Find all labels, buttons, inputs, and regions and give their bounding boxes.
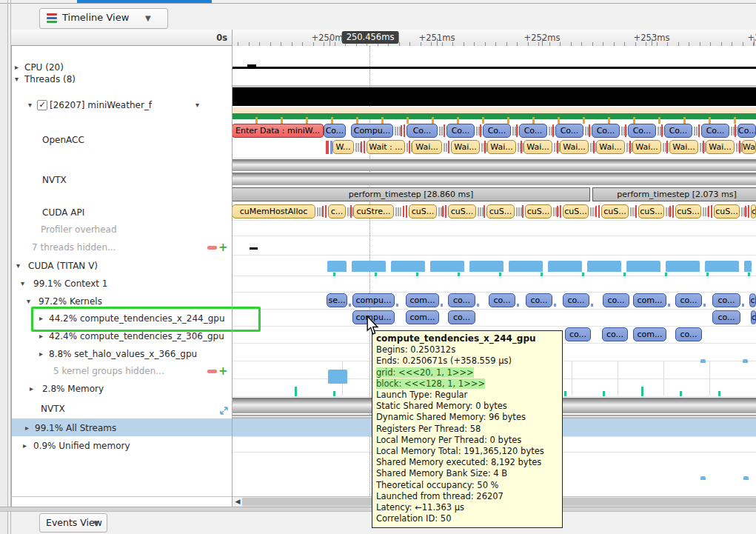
nvtx-depth-bar-2[interactable] (233, 173, 756, 185)
nvtx-range-event[interactable]: perform_timestep [28.860 ms] (232, 187, 590, 201)
sidebar-item-kernel-halo[interactable]: 8.8% set_halo_values_x_366_gpu (49, 348, 197, 360)
cuda-api-event[interactable]: cuS... (601, 204, 629, 218)
events-view-dropdown[interactable]: Events View ▼ (39, 513, 107, 533)
kernel-z306-event[interactable]: co... (602, 327, 628, 341)
openacc-wait-event[interactable]: Wai... (487, 140, 516, 154)
kernel-event[interactable]: co... (563, 293, 589, 307)
kernel-event[interactable]: co... (489, 293, 515, 307)
openacc-compute-event[interactable]: Co... (324, 124, 346, 138)
cuda-api-event[interactable]: cuS... (486, 204, 515, 218)
expander-down-icon[interactable]: ▾ (27, 296, 37, 307)
openacc-wait-event[interactable]: Wai... (523, 140, 552, 154)
kernel-event[interactable]: co... (603, 293, 629, 307)
cuda-api-event[interactable]: cuStre... (353, 204, 394, 218)
cuda-api-event[interactable]: c (751, 204, 756, 218)
expander-down-icon[interactable]: ▾ (16, 260, 27, 272)
thread-checkbox[interactable]: ✓ (37, 100, 47, 110)
expander-down-icon[interactable]: ▾ (21, 278, 31, 290)
cuda-api-event[interactable]: cuS... (448, 204, 476, 218)
sidebar-item-kernels[interactable]: 97.2% Kernels (39, 296, 102, 307)
expander-right-icon[interactable]: ▸ (39, 348, 50, 360)
openacc-compute-event[interactable]: Co... (555, 124, 583, 138)
sidebar-item-nvtx-gpu[interactable]: NVTX (41, 403, 65, 415)
openacc-compute-event[interactable]: Co... (592, 124, 620, 138)
kernel-event[interactable]: com... (406, 293, 439, 307)
openacc-wait-event[interactable]: W... (332, 140, 354, 154)
cuda-api-event[interactable]: cuS... (409, 204, 437, 218)
nvtx-depth-bar-1[interactable] (233, 159, 756, 171)
kernel-x244-event[interactable]: c (751, 310, 756, 324)
openacc-compute-event[interactable]: Co... (737, 124, 756, 138)
openacc-compute-event[interactable]: Co... (446, 124, 475, 138)
sidebar-item-memory[interactable]: 2.8% Memory (42, 383, 104, 395)
scrollbar-left-arrow[interactable]: ◀ (233, 497, 242, 507)
openacc-data-event[interactable]: Enter Data : miniW... (232, 124, 324, 138)
thread-state-bar[interactable] (233, 87, 756, 106)
sidebar-item-cpu[interactable]: CPU (20) (24, 61, 64, 73)
openacc-wait-event[interactable]: Wai... (596, 140, 625, 154)
sidebar-item-cuda-device[interactable]: CUDA (TITAN V) (28, 260, 98, 272)
sidebar-item-threads-hidden[interactable]: 7 threads hidden... (32, 241, 116, 253)
openacc-wait-event[interactable]: Wai... (632, 140, 661, 154)
kernel-event[interactable]: compu... (352, 293, 395, 307)
openacc-wait-event[interactable]: Wait : ... (367, 140, 405, 154)
openacc-wait-event[interactable]: Wa... (742, 140, 756, 154)
openacc-compute-event[interactable]: Co... (628, 124, 656, 138)
sidebar-item-profiler-overhead[interactable]: Profiler overhead (41, 224, 117, 236)
sidebar-item-context-1[interactable]: 99.1% Context 1 (33, 278, 107, 290)
openacc-wait-event[interactable]: Wai... (706, 140, 735, 154)
kernel-event[interactable]: co... (675, 293, 702, 307)
panel-divider[interactable] (232, 30, 233, 507)
kernel-event[interactable]: co... (526, 293, 552, 307)
expander-down-icon[interactable]: ▾ (15, 73, 25, 85)
expander-right-icon[interactable]: ▸ (30, 383, 40, 395)
show-rows-icon[interactable]: + (218, 241, 227, 253)
kernel-event[interactable]: com... (633, 293, 666, 307)
expander-right-icon[interactable]: ▸ (15, 61, 25, 73)
cuda-api-event[interactable]: cuS... (675, 204, 701, 218)
sidebar-item-nvtx[interactable]: NVTX (42, 174, 67, 186)
nvtx-range-event[interactable]: perform_timestep [2.073 ms] (592, 187, 756, 201)
sidebar-item-unified-memory[interactable]: 0.9% Unified memory (33, 440, 130, 452)
hide-rows-icon[interactable] (207, 370, 217, 373)
thread-options-caret[interactable]: ▾ (195, 99, 204, 111)
cuda-api-event[interactable]: cuS... (638, 204, 664, 218)
openacc-compute-event[interactable]: Co... (483, 124, 511, 138)
expand-row-icon[interactable] (219, 404, 229, 414)
kernel-x244-event[interactable]: co... (712, 310, 740, 324)
openacc-wait-event[interactable]: Wai... (560, 140, 589, 154)
kernel-event[interactable]: co... (448, 293, 475, 307)
kernel-event[interactable]: co... (712, 293, 740, 307)
cuda-api-event[interactable]: cuMemHostAlloc (232, 204, 315, 218)
hide-rows-icon[interactable] (207, 246, 217, 250)
kernel-x244-event[interactable]: com... (406, 310, 439, 324)
sidebar-item-kernel-z306[interactable]: 42.4% compute_tendencies_z_306_gpu (49, 330, 224, 342)
sidebar-item-cuda-api[interactable]: CUDA API (42, 207, 84, 218)
openacc-wait-event[interactable]: Wai... (669, 140, 698, 154)
openacc-wait-event[interactable]: Wai... (451, 140, 480, 154)
expander-right-icon[interactable]: ▸ (39, 330, 50, 342)
openacc-compute-event[interactable]: Compu... (351, 124, 393, 138)
openacc-compute-event[interactable]: Co... (701, 124, 729, 138)
cuda-api-event[interactable]: cuS... (563, 204, 589, 218)
cuda-api-event[interactable]: c... (328, 204, 346, 218)
cuda-api-event[interactable]: cuS... (525, 204, 552, 218)
kernel-event[interactable]: c (749, 293, 756, 307)
view-selector-dropdown[interactable]: Timeline View ▼ (39, 8, 168, 29)
cuda-api-event[interactable]: cuS... (714, 204, 740, 218)
openacc-wait-event[interactable]: Wai... (412, 140, 442, 154)
expander-right-icon[interactable]: ▸ (23, 440, 33, 452)
openacc-compute-event[interactable]: Co... (407, 124, 438, 138)
sidebar-item-all-streams[interactable]: 99.1% All Streams (35, 422, 116, 434)
kernel-z306-event[interactable]: co... (565, 327, 591, 341)
openacc-compute-event[interactable]: Co... (664, 124, 692, 138)
openacc-compute-event[interactable]: Co... (519, 124, 547, 138)
expander-right-icon[interactable]: ▸ (25, 422, 36, 434)
kernel-z306-event[interactable]: com... (633, 327, 666, 341)
kernel-event[interactable]: se... (327, 293, 347, 307)
kernel-z306-event[interactable]: co... (675, 327, 702, 341)
sidebar-item-openacc[interactable]: OpenACC (42, 134, 84, 146)
sidebar-item-process-miniweather[interactable]: [26207] miniWeather_f (50, 99, 152, 111)
sidebar-item-kernel-groups-hidden[interactable]: 5 kernel groups hidden... (53, 365, 164, 377)
kernel-x244-event[interactable]: co... (448, 310, 475, 324)
